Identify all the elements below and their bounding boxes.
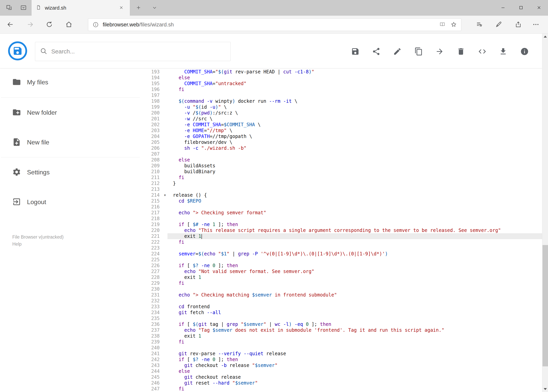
code-line[interactable]: 229 fi (142, 280, 542, 286)
new-tab-button[interactable] (132, 1, 145, 14)
code-text[interactable]: cd frontend (167, 304, 542, 310)
code-line[interactable]: 210 buildBinary (142, 169, 542, 175)
raw-code-button[interactable] (475, 45, 489, 59)
code-line[interactable]: 205 filebrowser/dev \ (142, 139, 542, 145)
code-text[interactable] (167, 92, 542, 98)
close-window-button[interactable] (530, 0, 548, 16)
code-line[interactable]: 203 -e HOME="//tmp" \ (142, 128, 542, 133)
code-line[interactable]: 220 echo "This release script requires a… (142, 227, 542, 233)
code-line[interactable]: 246 git reset --hard "$semver" (142, 380, 542, 386)
code-line[interactable]: 199 -u "$(id -u)" \ (142, 104, 542, 110)
code-text[interactable] (167, 315, 542, 321)
code-line[interactable]: 204 -e GOPATH=//tmp/gopath \ (142, 133, 542, 139)
code-line[interactable]: 224 semver=$(echo "$1" | grep -P '^v(0|[… (142, 251, 542, 257)
code-text[interactable] (167, 345, 542, 351)
delete-button[interactable] (454, 45, 468, 59)
code-line[interactable]: 223 (142, 245, 542, 251)
filebrowser-logo[interactable] (8, 41, 28, 61)
code-line[interactable]: 230 (142, 286, 542, 292)
reading-view-button[interactable] (438, 20, 447, 29)
help-link[interactable]: Help (12, 240, 21, 248)
code-text[interactable] (167, 204, 542, 210)
code-line[interactable]: 193 COMMIT_SHA="$(git rev-parse HEAD | c… (142, 69, 542, 75)
code-line[interactable]: 208 else (142, 157, 542, 163)
code-text[interactable] (167, 245, 542, 251)
code-line[interactable]: 196 fi (142, 86, 542, 92)
copy-button[interactable] (412, 45, 426, 59)
info-button[interactable] (518, 45, 532, 59)
code-line[interactable]: 214▾release () { (142, 192, 542, 198)
code-line[interactable]: 216 (142, 204, 542, 210)
code-text[interactable]: } (167, 181, 542, 186)
address-bar[interactable]: filebrowser.web/files/wizard.sh (88, 18, 461, 31)
code-text[interactable]: git checkout -b release "$semver" (167, 363, 542, 368)
code-line[interactable]: 207 (142, 151, 542, 157)
download-button[interactable] (496, 45, 510, 59)
code-text[interactable]: else (167, 157, 542, 163)
code-line[interactable]: 218 (142, 216, 542, 222)
code-text[interactable]: git fetch --all (167, 310, 542, 315)
code-text[interactable]: exit 1 (167, 274, 542, 280)
code-line[interactable]: 217 echo "> Checking semver format" (142, 210, 542, 216)
code-text[interactable]: COMMIT_SHA="$(git rev-parse HEAD | cut -… (167, 69, 542, 75)
url-text[interactable]: filebrowser.web/files/wizard.sh (103, 22, 435, 28)
code-text[interactable]: exit 1 (167, 333, 542, 339)
code-line[interactable]: 201 -w //src \ (142, 116, 542, 122)
code-line[interactable]: 238 exit 1 (142, 333, 542, 339)
code-line[interactable]: 241 git rev-parse --verify --quiet relea… (142, 351, 542, 357)
sidebar-item-new-file[interactable]: New file (0, 132, 142, 153)
web-note-button[interactable] (493, 18, 505, 31)
more-button[interactable] (530, 18, 542, 31)
code-text[interactable]: -u "$(id -u)" \ (167, 104, 542, 110)
code-line[interactable]: 243 git checkout -b release "$semver" (142, 363, 542, 368)
code-line[interactable]: 245 git checkout release (142, 374, 542, 380)
page-scrollbar[interactable] (542, 34, 548, 392)
share-page-button[interactable] (512, 18, 525, 31)
rename-button[interactable] (390, 45, 404, 59)
code-line[interactable]: 209 buildAssets (142, 163, 542, 169)
code-line[interactable]: 233 cd frontend (142, 304, 542, 310)
code-line[interactable]: 228 exit 1 (142, 274, 542, 280)
code-text[interactable]: echo "> Checking semver format" (167, 210, 542, 216)
code-text[interactable]: buildAssets (167, 163, 542, 169)
code-line[interactable]: 236 if [ $(git tag | grep "$semver" | wc… (142, 321, 542, 327)
code-line[interactable]: 195 COMMIT_SHA="untracked" (142, 81, 542, 86)
code-text[interactable]: cd $REPO (167, 198, 542, 204)
code-text[interactable]: $(command -v winpty) docker run --rm -it… (167, 98, 542, 104)
search-input[interactable] (51, 48, 226, 55)
code-text[interactable] (167, 286, 542, 292)
code-text[interactable]: -e COMMIT_SHA=$COMMIT_SHA \ (167, 122, 542, 128)
code-text[interactable]: if [ $? -ne 0 ]; then (167, 357, 542, 363)
sidebar-item-logout[interactable]: Logout (0, 191, 142, 213)
code-text[interactable]: fi (167, 86, 542, 92)
code-text[interactable]: release () { (167, 192, 542, 198)
save-button[interactable] (348, 45, 362, 59)
code-line[interactable]: 213 (142, 186, 542, 192)
code-text[interactable]: fi (167, 175, 542, 181)
code-line[interactable]: 225 (142, 257, 542, 263)
code-line[interactable]: 235 (142, 315, 542, 321)
code-text[interactable]: -w //src \ (167, 116, 542, 122)
code-text[interactable]: fi (167, 386, 542, 392)
code-text[interactable]: exit 1 (167, 233, 542, 239)
code-line[interactable]: 232 (142, 298, 542, 304)
code-text[interactable]: fi (167, 339, 542, 345)
scrollbar-thumb[interactable] (542, 245, 548, 366)
code-text[interactable]: echo "Not valid semver format. See semve… (167, 268, 542, 274)
code-text[interactable]: if [ $(git tag | grep "$semver" | wc -l)… (167, 321, 542, 327)
code-text[interactable]: -e GOPATH=//tmp/gopath \ (167, 133, 542, 139)
code-line[interactable]: 244 else (142, 368, 542, 374)
code-text[interactable]: echo "This release script requires a sin… (167, 227, 542, 233)
sidebar-item-my-files[interactable]: My files (0, 71, 142, 93)
code-line[interactable]: 237 echo "Tag $semver does not exist in … (142, 327, 542, 333)
browser-tab[interactable]: wizard.sh (31, 0, 130, 16)
search-bar[interactable] (35, 42, 231, 61)
code-line[interactable]: 200 -v /$(pwd):/src:z \ (142, 110, 542, 116)
code-line[interactable]: 242 if [ $? -ne 0 ]; then (142, 357, 542, 363)
code-text[interactable]: filebrowser/dev \ (167, 139, 542, 145)
code-line[interactable]: 215 cd $REPO (142, 198, 542, 204)
scroll-up-button[interactable] (542, 34, 548, 40)
maximize-button[interactable] (512, 0, 530, 16)
hub-button[interactable] (473, 18, 486, 31)
code-text[interactable] (167, 186, 542, 192)
